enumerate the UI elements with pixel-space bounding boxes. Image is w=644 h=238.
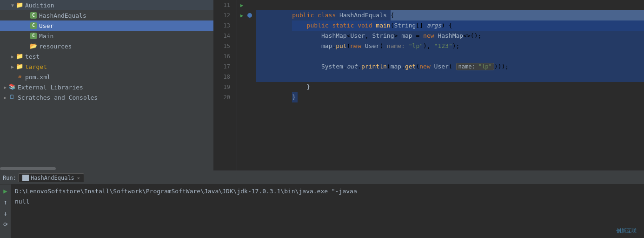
scroll-down-btn[interactable]: ↓ xyxy=(1,209,10,218)
run-btn-14 xyxy=(237,31,246,41)
sidebar-item-audition[interactable]: ▼ 📁 Audition xyxy=(0,0,213,10)
bottom-toolbar: ▶ ↑ ↓ ⟳ xyxy=(0,184,11,238)
run-btn-17 xyxy=(237,61,246,72)
run-btn-13 xyxy=(237,20,246,31)
folder-icon-test: 📁 xyxy=(16,53,23,60)
console-path: D:\LenovoSoftstore\Install\Softwork\Prog… xyxy=(15,186,612,197)
run-btn-20 xyxy=(237,92,246,102)
run-btn-16 xyxy=(237,51,246,61)
sidebar-item-hashandequals[interactable]: C HashAndEquals xyxy=(0,10,213,20)
run-tab-label: HashAndEquals xyxy=(31,175,74,181)
label-scratches: Scratches and Consoles xyxy=(18,94,98,101)
code-line-20 xyxy=(256,92,644,102)
label-user: User xyxy=(39,22,53,29)
code-line-18: } xyxy=(256,72,644,82)
bookmark-16 xyxy=(246,51,253,61)
sidebar-item-main[interactable]: C Main xyxy=(0,31,213,41)
label-resources: resources xyxy=(39,43,72,50)
run-tab-icon: ▣ xyxy=(22,175,29,181)
bookmark-18 xyxy=(246,72,253,82)
run-tab[interactable]: ▣ HashAndEquals × xyxy=(18,173,84,182)
folder-icon-audition: 📁 xyxy=(16,1,23,9)
code-line-11: public class HashAndEquals { xyxy=(256,0,644,10)
sidebar-item-scratches[interactable]: ▶ 🗒 Scratches and Consoles xyxy=(0,92,213,102)
bookmark-12 xyxy=(246,10,253,20)
scratches-icon: 🗒 xyxy=(8,94,16,101)
scroll-up-btn[interactable]: ↑ xyxy=(1,197,10,207)
code-editor[interactable]: 11 12 13 14 15 16 17 18 19 20 ▶ ▶ xyxy=(214,0,644,170)
class-icon-user: C xyxy=(30,22,37,29)
label-test: test xyxy=(25,53,40,60)
lib-icon: 📚 xyxy=(8,83,16,91)
console-output-text: null xyxy=(15,197,612,207)
arrow-scratches: ▶ xyxy=(2,95,8,100)
bottom-panel: Run: ▣ HashAndEquals × ▶ ↑ ↓ ⟳ D:\Lenovo… xyxy=(0,170,644,238)
label-hashandequals: HashAndEquals xyxy=(39,12,86,19)
label-external-libs: External Libraries xyxy=(18,84,83,91)
sidebar-item-user[interactable]: C User xyxy=(0,20,213,31)
bookmark-20 xyxy=(246,92,253,102)
code-lines[interactable]: public class HashAndEquals { public stat… xyxy=(253,0,644,170)
editor-area: 11 12 13 14 15 16 17 18 19 20 ▶ ▶ xyxy=(214,0,644,170)
label-pom: pom.xml xyxy=(25,74,51,81)
label-target: target xyxy=(25,63,47,70)
label-main: Main xyxy=(39,33,53,40)
run-play-btn[interactable]: ▶ xyxy=(1,186,10,196)
class-icon-hashandequals: C xyxy=(30,12,37,19)
run-btn-12[interactable]: ▶ xyxy=(237,10,246,20)
main-area: ▼ 📁 Audition C HashAndEquals C User C xyxy=(0,0,644,170)
run-tab-close[interactable]: × xyxy=(77,176,80,181)
bookmark-15 xyxy=(246,41,253,51)
arrow-external-libs: ▶ xyxy=(2,85,8,90)
line-numbers: 11 12 13 14 15 16 17 18 19 20 xyxy=(214,0,237,170)
run-gutter: ▶ ▶ xyxy=(237,0,246,170)
rerun-btn[interactable]: ⟳ xyxy=(1,220,10,229)
sidebar-item-target[interactable]: ▶ 📁 target xyxy=(0,61,213,72)
run-btn-18 xyxy=(237,72,246,82)
line-num-20: 20 xyxy=(214,92,233,102)
sidebar: ▼ 📁 Audition C HashAndEquals C User C xyxy=(0,0,214,170)
run-btn-19 xyxy=(237,82,246,92)
console-output: D:\LenovoSoftstore\Install\Softwork\Prog… xyxy=(11,184,616,238)
line-num-12: 12 xyxy=(214,10,233,20)
bookmark-13 xyxy=(246,20,253,31)
bookmark-gutter xyxy=(246,0,253,170)
bottom-tabs: Run: ▣ HashAndEquals × xyxy=(0,171,644,184)
run-label: Run: xyxy=(3,175,16,181)
sidebar-item-pom[interactable]: m pom.xml xyxy=(0,72,213,82)
arrow-audition: ▼ xyxy=(9,3,16,8)
bookmark-14 xyxy=(246,31,253,41)
line-num-15: 15 xyxy=(214,41,233,51)
sidebar-scrollbar-thumb xyxy=(0,167,56,170)
line-num-19: 19 xyxy=(214,82,233,92)
bookmark-19 xyxy=(246,82,253,92)
watermark: 创新互联 xyxy=(616,227,637,234)
line-num-11: 11 xyxy=(214,0,233,10)
run-btn-15 xyxy=(237,41,246,51)
folder-icon-resources: 📂 xyxy=(30,42,37,50)
line-num-18: 18 xyxy=(214,72,233,82)
sidebar-item-external-libs[interactable]: ▶ 📚 External Libraries xyxy=(0,82,213,92)
run-btn-11[interactable]: ▶ xyxy=(237,0,246,10)
watermark-area: 创新互联 xyxy=(616,184,644,238)
line-num-14: 14 xyxy=(214,31,233,41)
line-num-13: 13 xyxy=(214,20,233,31)
class-icon-main: C xyxy=(30,32,37,40)
folder-icon-target: 📁 xyxy=(16,63,23,70)
line-num-17: 17 xyxy=(214,61,233,72)
code-line-16: System.out.println(map.get(new User( nam… xyxy=(256,51,644,61)
bookmark-17 xyxy=(246,61,253,72)
arrow-target: ▶ xyxy=(9,64,16,69)
bookmark-11 xyxy=(246,0,253,10)
sidebar-item-test[interactable]: ▶ 📁 test xyxy=(0,51,213,61)
arrow-test: ▶ xyxy=(9,54,16,59)
sidebar-item-resources[interactable]: 📂 resources xyxy=(0,41,213,51)
line-num-16: 16 xyxy=(214,51,233,61)
xml-icon: m xyxy=(16,73,23,81)
sidebar-scrollbar[interactable] xyxy=(0,167,213,170)
label-audition: Audition xyxy=(25,2,54,9)
bottom-content: ▶ ↑ ↓ ⟳ D:\LenovoSoftstore\Install\Softw… xyxy=(0,184,644,238)
